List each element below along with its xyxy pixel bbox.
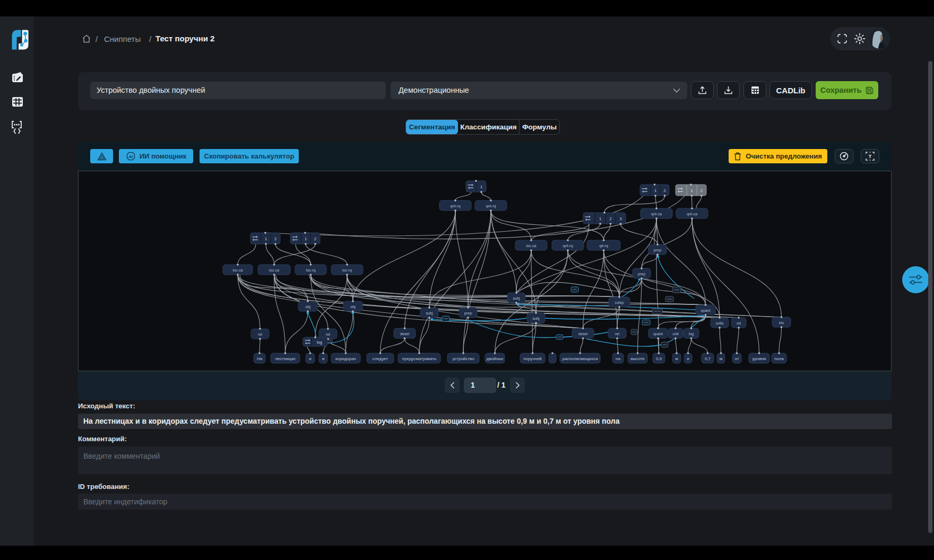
svg-text:qnt-rq: qnt-rq <box>563 243 573 248</box>
svg-text:rel: rel <box>326 332 330 337</box>
svg-text:obj: obj <box>305 304 310 309</box>
svg-text:subj: subj <box>513 296 520 301</box>
svg-text:на: на <box>616 356 620 361</box>
svg-text:предусматривать: предусматривать <box>402 356 436 361</box>
svg-text:На: На <box>257 356 263 361</box>
svg-text:loc-rq: loc-rq <box>342 268 352 273</box>
svg-text:qnt-ca: qnt-ca <box>651 212 662 216</box>
svg-text:располагающихся: располагающихся <box>562 356 598 361</box>
svg-text:colsp: colsp <box>615 300 624 305</box>
svg-text:уровня: уровня <box>753 356 766 361</box>
svg-text:1: 1 <box>480 185 482 189</box>
svg-text:loc-ca: loc-ca <box>269 268 279 273</box>
svg-text:qlt-rq: qlt-rq <box>599 243 608 248</box>
svg-text:следует: следует <box>373 356 388 361</box>
svg-text:1: 1 <box>690 188 693 193</box>
svg-text:qnt-rq: qnt-rq <box>486 204 496 208</box>
svg-text:prep: prep <box>464 311 472 316</box>
svg-text:и: и <box>309 356 311 361</box>
svg-text:rel: rel <box>615 331 619 336</box>
svg-text:.: . <box>552 356 553 361</box>
svg-text:и: и <box>687 356 689 361</box>
svg-text:от: от <box>735 356 739 361</box>
svg-text:лестницах: лестницах <box>275 356 296 361</box>
svg-text:subj: subj <box>532 316 540 321</box>
svg-text:deset: deset <box>578 331 588 336</box>
svg-text:loc-rq: loc-rq <box>306 268 316 273</box>
svg-text:qnt-rq: qnt-rq <box>451 204 461 208</box>
svg-text:2: 2 <box>314 237 316 241</box>
svg-text:rel: rel <box>737 321 741 326</box>
svg-text:T: T <box>869 153 872 159</box>
svg-text:qnt-ca: qnt-ca <box>687 212 697 216</box>
svg-text:unit: unit <box>672 331 679 336</box>
svg-text:высоте: высоте <box>630 356 645 361</box>
svg-text:quant: quant <box>653 331 663 336</box>
svg-text:1: 1 <box>654 188 656 193</box>
svg-text:устройство: устройство <box>452 356 474 361</box>
svg-text:2: 2 <box>663 188 665 193</box>
svg-text:пола: пола <box>774 356 784 361</box>
svg-text:prep: prep <box>654 248 661 252</box>
svg-text:AI: AI <box>128 154 133 159</box>
svg-text:2: 2 <box>274 237 276 241</box>
svg-text:в: в <box>322 356 324 361</box>
svg-text:deset: deset <box>400 331 410 336</box>
svg-text:1: 1 <box>265 237 267 241</box>
svg-text:2: 2 <box>609 216 611 221</box>
svg-text:0,9: 0,9 <box>656 356 662 361</box>
svg-text:поручней: поручней <box>523 356 542 361</box>
svg-text:quant: quant <box>701 308 711 313</box>
svg-text:3: 3 <box>619 216 621 221</box>
svg-text:loc-ca: loc-ca <box>526 243 536 248</box>
svg-text:subj: subj <box>426 311 433 316</box>
svg-text:log: log <box>689 331 694 336</box>
svg-text:obj: obj <box>350 304 356 309</box>
svg-text:rel: rel <box>258 332 262 337</box>
svg-text:log: log <box>317 340 322 345</box>
svg-text:1: 1 <box>599 216 601 221</box>
svg-text:двойных: двойных <box>487 356 504 361</box>
svg-text:0,7: 0,7 <box>705 356 711 361</box>
svg-text:prep: prep <box>638 272 645 276</box>
svg-text:коридорах: коридорах <box>335 356 356 361</box>
svg-text:м: м <box>720 356 723 361</box>
svg-text:loc-ca: loc-ca <box>232 268 243 273</box>
svg-text:stu: stu <box>779 320 784 325</box>
svg-text:1: 1 <box>305 237 307 241</box>
svg-text:units: units <box>715 321 724 326</box>
svg-text:м: м <box>675 356 678 361</box>
svg-text:2: 2 <box>700 188 703 193</box>
